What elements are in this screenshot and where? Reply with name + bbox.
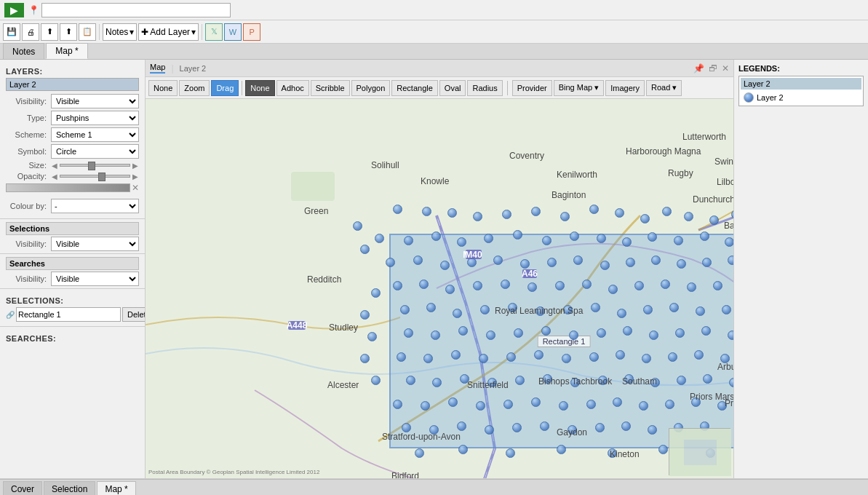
searches-vis-select[interactable]: Visible	[51, 272, 139, 286]
map-header: Map | Layer 2 📌 🗗 ✕	[146, 60, 733, 77]
tab-map[interactable]: Map *	[46, 43, 87, 59]
right-panel: LEGENDS: Layer 2 Layer 2	[733, 60, 868, 478]
map-tool-rectangle[interactable]: Rectangle	[391, 80, 438, 96]
selection-rect-label: Rectangle 1	[538, 336, 591, 347]
tabbar-top: Notes Map *	[0, 44, 868, 60]
center-area: Map | Layer 2 📌 🗗 ✕ None Zoom Drag None …	[146, 60, 733, 478]
map-tool-drag[interactable]: Drag	[211, 80, 239, 96]
size-label: Size:	[6, 161, 51, 170]
tab-selection[interactable]: Selection	[44, 481, 95, 495]
excel-button[interactable]: 𝕏	[205, 23, 223, 41]
add-layer-label: Add Layer	[150, 27, 190, 37]
notes-button[interactable]: Notes ▾	[103, 23, 137, 41]
add-icon: ✚	[141, 27, 148, 37]
save-button[interactable]: 💾	[3, 23, 20, 41]
selections-list-header: SELECTIONS:	[6, 296, 139, 305]
symbol-select[interactable]: Circle	[51, 144, 139, 159]
pin-icon[interactable]: 📌	[693, 63, 704, 74]
selections-label: Selections	[6, 222, 139, 235]
size-thumb[interactable]	[88, 162, 95, 170]
notes-dropdown-icon: ▾	[130, 27, 134, 37]
map-tool-none1[interactable]: None	[148, 80, 178, 96]
map-tool-polygon[interactable]: Polygon	[351, 80, 391, 96]
title-input[interactable]: Map	[41, 3, 231, 17]
selections-vis-select[interactable]: Visible	[51, 237, 139, 251]
selection-rectangle: Rectangle 1	[389, 234, 733, 448]
separator2	[507, 81, 508, 95]
tab-notes[interactable]: Notes	[3, 43, 44, 59]
size-right-arrow[interactable]: ▶	[132, 162, 139, 170]
float-icon[interactable]: 🗗	[709, 63, 717, 74]
type-row: Type: Pushpins	[6, 111, 139, 125]
selections-sub-section: Selections Visibility: Visible	[0, 218, 145, 253]
minimap-svg	[669, 429, 731, 476]
map-header-actions: 📌 🗗 ✕	[693, 63, 729, 74]
delete-selection-button[interactable]: Delete	[122, 307, 146, 322]
gradient-bar	[6, 183, 130, 192]
legend-item: Layer 2	[741, 91, 861, 104]
copy-button[interactable]: 📋	[79, 23, 96, 41]
map-tool-adhoc[interactable]: Adhoc	[276, 80, 309, 96]
visibility-select[interactable]: VisibleHidden	[51, 94, 139, 108]
titlebar: ▶ 📍 Map	[0, 0, 868, 20]
map-provider-button[interactable]: Provider	[512, 80, 552, 96]
word-button[interactable]: W	[224, 23, 242, 41]
searches-sub-section: Searches Visibility: Visible	[0, 253, 145, 288]
map-tool-oval[interactable]: Oval	[439, 80, 466, 96]
colour-by-select[interactable]: -	[51, 199, 139, 213]
opacity-right-arrow[interactable]: ▶	[132, 173, 139, 181]
colour-by-row: Colour by: -	[6, 196, 139, 213]
map-header-title: Map	[150, 63, 165, 74]
svg-rect-2	[291, 172, 335, 201]
gradient-close[interactable]: ✕	[132, 183, 139, 193]
searches-list-section: SEARCHES:	[0, 326, 145, 348]
selection-item-input[interactable]	[16, 307, 121, 322]
map-bing-button[interactable]: Bing Map ▾	[554, 80, 605, 96]
gradient-row: ✕	[6, 183, 139, 193]
upload2-button[interactable]: ⬆	[60, 23, 77, 41]
map-toolbar: None Zoom Drag None Adhoc Scribble Polyg…	[146, 77, 733, 99]
size-row: Size: ◀ ▶	[6, 161, 139, 170]
opacity-thumb[interactable]	[98, 173, 105, 181]
legend-circle-icon	[744, 92, 754, 103]
size-slider[interactable]: ◀ ▶	[51, 162, 139, 170]
layer-item[interactable]: Layer 2	[6, 78, 139, 91]
ppt-button[interactable]: P	[243, 23, 260, 41]
map-header-left: Map | Layer 2	[150, 63, 206, 74]
scheme-row: Scheme: Scheme 1	[6, 127, 139, 142]
legend-layer-header[interactable]: Layer 2	[741, 78, 861, 90]
map-tool-zoom[interactable]: Zoom	[179, 80, 210, 96]
add-layer-dropdown-icon: ▾	[191, 27, 196, 37]
scheme-select[interactable]: Scheme 1	[51, 127, 139, 142]
tab-map-bottom[interactable]: Map *	[97, 481, 135, 495]
size-track[interactable]	[60, 164, 130, 167]
opacity-left-arrow[interactable]: ◀	[51, 173, 58, 181]
size-left-arrow[interactable]: ◀	[51, 162, 58, 170]
close-icon[interactable]: ✕	[722, 63, 729, 74]
map-tool-radius[interactable]: Radius	[467, 80, 502, 96]
layers-section: LAYERS: Layer 2 Visibility: VisibleHidde…	[0, 60, 145, 218]
colour-by-label: Colour by:	[6, 202, 51, 210]
map-imagery-button[interactable]: Imagery	[605, 80, 645, 96]
separator1	[242, 81, 242, 95]
searches-label: Searches	[6, 257, 139, 270]
notes-label: Notes	[105, 27, 128, 37]
opacity-track[interactable]	[60, 175, 130, 178]
type-select[interactable]: Pushpins	[51, 111, 139, 125]
map-tool-scribble[interactable]: Scribble	[311, 80, 350, 96]
play-button[interactable]: ▶	[4, 3, 24, 17]
opacity-slider[interactable]: ◀ ▶	[51, 173, 139, 181]
map-tool-none2[interactable]: None	[245, 80, 274, 96]
legend-item-label: Layer 2	[757, 93, 784, 102]
add-layer-button[interactable]: ✚ Add Layer ▾	[138, 23, 199, 41]
map-road-button[interactable]: Road ▾	[646, 80, 682, 96]
map-header-separator: |	[171, 63, 173, 74]
tab-cover[interactable]: Cover	[3, 481, 42, 495]
map-area[interactable]: Rectangle 1 .dot { position:absolute; wi…	[146, 99, 733, 478]
print-button[interactable]: 🖨	[22, 23, 39, 41]
upload-button[interactable]: ⬆	[41, 23, 58, 41]
selections-list-section: SELECTIONS: 🔗 Delete	[0, 288, 145, 326]
bottom-tabs: Cover Selection Map *	[0, 479, 868, 495]
type-label: Type:	[6, 114, 51, 122]
copyright-text: Postal Area Boundary © Geoplan Spatial I…	[148, 469, 319, 475]
